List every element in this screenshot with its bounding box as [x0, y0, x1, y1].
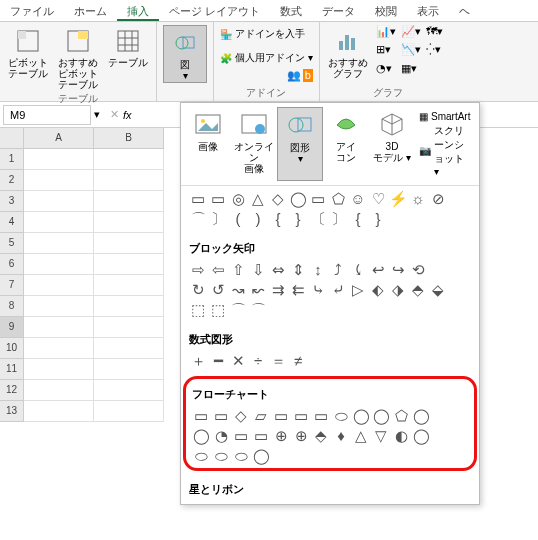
- shape-item[interactable]: ◎: [229, 189, 247, 209]
- shape-item[interactable]: ⤶: [329, 280, 347, 300]
- shape-item[interactable]: ⬭: [232, 446, 250, 466]
- bing-icon[interactable]: b: [303, 69, 313, 82]
- row-header[interactable]: 8: [0, 296, 24, 317]
- tab-review[interactable]: 校閲: [365, 0, 407, 21]
- shape-item[interactable]: ⬭: [332, 406, 350, 426]
- rec-pivot-button[interactable]: おすすめ ピボットテーブル: [56, 25, 100, 90]
- screenshot-button[interactable]: 📷スクリーンショット ▾: [419, 124, 471, 177]
- shape-item[interactable]: ⤴: [329, 260, 347, 280]
- shape-item[interactable]: (: [229, 209, 247, 229]
- fx-icon[interactable]: fx: [119, 109, 136, 121]
- shape-gallery-row[interactable]: ＋━✕÷＝≠: [189, 351, 471, 371]
- shape-item[interactable]: ☺: [349, 189, 367, 209]
- cell-grid[interactable]: [24, 149, 164, 422]
- row-header[interactable]: 11: [0, 359, 24, 380]
- get-addins-button[interactable]: 🏪アドインを入手: [220, 27, 305, 41]
- shape-gallery-row[interactable]: ↻↺↝↜⇉⇇⤷⤶▷⬖⬗⬘⬙: [189, 280, 471, 300]
- shape-item[interactable]: ⤹: [349, 260, 367, 280]
- shape-item[interactable]: ⌒: [249, 300, 267, 320]
- shape-item[interactable]: ⚡: [389, 189, 407, 209]
- shape-item[interactable]: ⇇: [289, 280, 307, 300]
- shape-item[interactable]: ◯: [289, 189, 307, 209]
- shapes-button[interactable]: 図形▾: [277, 107, 323, 181]
- shape-item[interactable]: △: [249, 189, 267, 209]
- shape-item[interactable]: ▭: [232, 426, 250, 446]
- tab-data[interactable]: データ: [312, 0, 365, 21]
- shape-item[interactable]: ÷: [249, 351, 267, 371]
- chart-stat-icon[interactable]: 📉▾: [401, 43, 425, 60]
- shape-gallery-row[interactable]: ▭▭◇▱▭▭▭⬭◯◯⬠◯: [192, 406, 468, 426]
- shape-item[interactable]: ▭: [292, 406, 310, 426]
- shape-item[interactable]: {: [269, 209, 287, 229]
- shape-item[interactable]: ━: [209, 351, 227, 371]
- shape-item[interactable]: ⬠: [329, 189, 347, 209]
- table-button[interactable]: テーブル: [106, 25, 150, 90]
- shape-item[interactable]: ≠: [289, 351, 307, 371]
- smartart-button[interactable]: ▦SmartArt: [419, 111, 471, 122]
- shape-item[interactable]: {: [349, 209, 367, 229]
- row-header[interactable]: 2: [0, 170, 24, 191]
- tab-view[interactable]: 表示: [407, 0, 449, 21]
- tab-insert[interactable]: 挿入: [117, 0, 159, 21]
- shape-item[interactable]: ▭: [252, 426, 270, 446]
- shape-item[interactable]: ↪: [389, 260, 407, 280]
- shape-gallery-row[interactable]: ▭▭◎△◇◯▭⬠☺♡⚡☼⊘: [189, 189, 471, 209]
- shape-item[interactable]: ⇕: [289, 260, 307, 280]
- shape-gallery-row[interactable]: ◯◔▭▭⊕⊕⬘♦△▽◐◯: [192, 426, 468, 446]
- shape-item[interactable]: ↜: [249, 280, 267, 300]
- shape-item[interactable]: ⬚: [209, 300, 227, 320]
- shape-gallery-row[interactable]: ⌒〕(){}〔〕{}: [189, 209, 471, 229]
- namebox-dropdown-icon[interactable]: ▾: [94, 108, 100, 121]
- shape-item[interactable]: ◯: [252, 446, 270, 466]
- row-header[interactable]: 4: [0, 212, 24, 233]
- illustrations-button[interactable]: 図 ▾: [163, 25, 207, 83]
- tab-home[interactable]: ホーム: [64, 0, 117, 21]
- shape-gallery-row[interactable]: ⬚⬚⌒⌒: [189, 300, 471, 320]
- shape-item[interactable]: ◐: [392, 426, 410, 446]
- shape-item[interactable]: ⬚: [189, 300, 207, 320]
- shape-item[interactable]: ▱: [252, 406, 270, 426]
- shape-item[interactable]: ＋: [189, 351, 207, 371]
- chart-hier-icon[interactable]: ⊞▾: [376, 43, 400, 60]
- shape-item[interactable]: ↻: [189, 280, 207, 300]
- shape-item[interactable]: ⤷: [309, 280, 327, 300]
- row-header[interactable]: 13: [0, 401, 24, 422]
- shape-item[interactable]: ⇨: [189, 260, 207, 280]
- shape-gallery-row[interactable]: ⇨⇦⇧⇩⇔⇕↕⤴⤹↩↪⟲: [189, 260, 471, 280]
- shape-item[interactable]: ⟲: [409, 260, 427, 280]
- row-header[interactable]: 9: [0, 317, 24, 338]
- shape-item[interactable]: ⬭: [212, 446, 230, 466]
- shape-item[interactable]: ⇉: [269, 280, 287, 300]
- row-header[interactable]: 6: [0, 254, 24, 275]
- row-header[interactable]: 12: [0, 380, 24, 401]
- chart-scatter-icon[interactable]: ⁛▾: [426, 43, 450, 60]
- row-header[interactable]: 3: [0, 191, 24, 212]
- shape-item[interactable]: ◯: [372, 406, 390, 426]
- shape-item[interactable]: ▭: [309, 189, 327, 209]
- shape-item[interactable]: ＝: [269, 351, 287, 371]
- chart-pie-icon[interactable]: ◔▾: [376, 62, 400, 79]
- tab-pagelayout[interactable]: ページ レイアウト: [159, 0, 270, 21]
- row-header[interactable]: 1: [0, 149, 24, 170]
- shape-item[interactable]: ⇦: [209, 260, 227, 280]
- shape-item[interactable]: ⬗: [389, 280, 407, 300]
- shape-item[interactable]: ▭: [189, 189, 207, 209]
- shape-item[interactable]: ↺: [209, 280, 227, 300]
- shape-item[interactable]: ▭: [212, 406, 230, 426]
- images-button[interactable]: 画像: [185, 107, 231, 181]
- shape-item[interactable]: ): [249, 209, 267, 229]
- pivot-table-button[interactable]: ピボット テーブル: [6, 25, 50, 90]
- col-header[interactable]: A: [24, 128, 94, 149]
- shape-item[interactable]: ☼: [409, 189, 427, 209]
- tab-file[interactable]: ファイル: [0, 0, 64, 21]
- shape-item[interactable]: ⬭: [192, 446, 210, 466]
- shape-item[interactable]: ⌒: [229, 300, 247, 320]
- shape-item[interactable]: ⬘: [409, 280, 427, 300]
- shape-item[interactable]: ▭: [192, 406, 210, 426]
- shape-item[interactable]: ⬙: [429, 280, 447, 300]
- shape-item[interactable]: ▷: [349, 280, 367, 300]
- shape-item[interactable]: ♡: [369, 189, 387, 209]
- 3d-models-button[interactable]: 3D モデル ▾: [369, 107, 415, 181]
- shape-item[interactable]: ⬠: [392, 406, 410, 426]
- shape-item[interactable]: ♦: [332, 426, 350, 446]
